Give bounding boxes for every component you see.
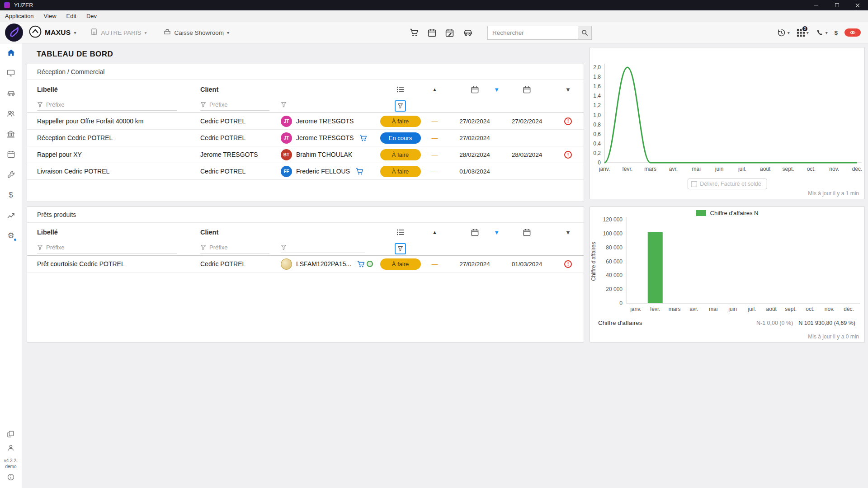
close-button[interactable] xyxy=(847,0,868,10)
calendar-icon[interactable] xyxy=(523,228,531,237)
status-badge[interactable]: En cours xyxy=(380,132,421,144)
prefix-filter-client[interactable]: Préfixe xyxy=(200,101,269,111)
sidebar-item-planning[interactable] xyxy=(7,150,15,159)
sort-asc-icon[interactable]: ▲ xyxy=(432,87,437,92)
calendar-edit-button[interactable] xyxy=(445,28,454,38)
bar-chart: 120 000100 00080 00060 00040 00020 0000j… xyxy=(590,207,865,315)
live-view-toggle[interactable] xyxy=(844,28,861,37)
minimize-button[interactable] xyxy=(806,0,826,10)
status-badge[interactable]: À faire xyxy=(380,166,421,177)
company-logo[interactable] xyxy=(5,23,24,42)
priority-dash: — xyxy=(432,134,438,141)
phone-button[interactable]: ▾ xyxy=(816,28,828,37)
chart-icon xyxy=(6,211,15,220)
sidebar-item-billing[interactable]: $ xyxy=(9,190,13,200)
cart-icon[interactable] xyxy=(357,260,365,268)
sort-desc-icon[interactable]: ▼ xyxy=(494,86,500,93)
svg-text:120 000: 120 000 xyxy=(603,216,623,223)
table-row[interactable]: Prêt courtoisie Cedric POTREL Cedric POT… xyxy=(27,256,584,272)
apps-button[interactable]: 0 ▾ xyxy=(797,28,809,37)
maximize-button[interactable] xyxy=(826,0,847,10)
prefix-filter-libelle[interactable]: Préfixe xyxy=(37,101,177,111)
cart-button[interactable] xyxy=(409,28,419,38)
column-header-client[interactable]: Client xyxy=(200,86,218,93)
menu-view[interactable]: View xyxy=(39,13,61,19)
calendar-icon[interactable] xyxy=(523,85,531,94)
avatar: FF xyxy=(281,166,292,177)
phone-icon xyxy=(816,28,824,37)
user-icon[interactable] xyxy=(7,444,15,454)
search-icon xyxy=(581,29,588,36)
sidebar-item-stats[interactable] xyxy=(6,211,15,220)
caret-down-icon[interactable]: ▼ xyxy=(565,86,571,93)
svg-text:avr.: avr. xyxy=(669,166,678,172)
card-title-reception: Réception / Commercial xyxy=(27,64,584,80)
calendar-icon[interactable] xyxy=(471,85,479,94)
search-button[interactable] xyxy=(578,26,592,40)
register-selector[interactable]: Caisse Showroom ▾ xyxy=(163,28,230,38)
vehicle-button[interactable] xyxy=(462,27,473,38)
info-icon[interactable] xyxy=(7,474,14,483)
svg-text:mai: mai xyxy=(692,166,701,172)
documents-icon[interactable] xyxy=(7,430,14,440)
table-row[interactable]: Rappel pour XY Jerome TRESGOTS BT Brahim… xyxy=(27,146,584,163)
column-header-libelle[interactable]: Libellé xyxy=(37,229,58,236)
sidebar-item-vehicles[interactable] xyxy=(6,89,16,98)
sidebar-item-contacts[interactable] xyxy=(6,109,15,118)
prefix-filter-libelle[interactable]: Préfixe xyxy=(37,244,177,253)
client-name: Cedric POTREL xyxy=(200,168,245,175)
date-start: 27/02/2024 xyxy=(459,118,490,125)
chart-legend-item[interactable]: Délivré, Facturé et soldé xyxy=(687,178,767,189)
contact-filter[interactable] xyxy=(281,244,365,253)
cart-icon[interactable] xyxy=(359,134,368,142)
checklist-icon[interactable] xyxy=(396,85,405,94)
search xyxy=(487,26,592,40)
prefix-filter-client[interactable]: Préfixe xyxy=(200,244,269,253)
sidebar-item-home[interactable] xyxy=(6,48,16,57)
revenue-chart-card: Chiffre d'affaires N 120 000100 00080 00… xyxy=(590,206,865,343)
site-selector[interactable]: AUTRE PARIS ▾ xyxy=(90,28,147,38)
task-label: Réception Cedric POTREL xyxy=(37,134,113,141)
sidebar-item-media[interactable] xyxy=(6,68,15,78)
caret-down-icon[interactable]: ▼ xyxy=(565,229,571,236)
status-badge[interactable]: À faire xyxy=(380,149,421,160)
svg-text:juil.: juil. xyxy=(738,166,746,172)
calendar-button[interactable] xyxy=(427,28,437,38)
contact-filter[interactable] xyxy=(281,102,365,110)
dollar-icon: $ xyxy=(9,191,13,200)
menu-application[interactable]: Application xyxy=(0,13,39,19)
svg-text:0,6: 0,6 xyxy=(593,131,601,137)
table-row[interactable]: Réception Cedric POTREL Cedric POTREL JT… xyxy=(27,130,584,146)
table-row[interactable]: Livraison Cedric POTREL Cedric POTREL FF… xyxy=(27,163,584,180)
sidebar-item-settings[interactable]: ⚙ xyxy=(7,231,14,240)
sidebar-item-company[interactable] xyxy=(6,129,15,139)
client-name: Cedric POTREL xyxy=(200,117,245,125)
sidebar-item-workshop[interactable] xyxy=(7,170,15,179)
titlebar: YUZER xyxy=(0,0,868,10)
history-button[interactable]: ▾ xyxy=(777,28,790,38)
calendar-icon xyxy=(7,150,15,159)
contact-name: LSFAM1202PA15... xyxy=(296,260,351,267)
svg-text:sept.: sept. xyxy=(785,306,797,312)
svg-text:oct.: oct. xyxy=(806,306,814,312)
table-row[interactable]: Rappeller pour Offre Forfait 40000 km Ce… xyxy=(27,113,584,130)
status-badge[interactable]: À faire xyxy=(380,116,421,127)
reception-card: Réception / Commercial Libellé Client ▲ … xyxy=(27,64,584,202)
column-header-libelle[interactable]: Libellé xyxy=(37,86,58,93)
status-badge[interactable]: À faire xyxy=(380,258,421,270)
status-filter-button[interactable] xyxy=(395,100,406,112)
calendar-icon[interactable] xyxy=(471,228,479,237)
svg-text:80 000: 80 000 xyxy=(606,244,623,251)
task-label: Livraison Cedric POTREL xyxy=(37,168,109,175)
status-filter-button[interactable] xyxy=(395,243,406,254)
cart-icon[interactable] xyxy=(355,167,364,176)
search-input[interactable] xyxy=(487,26,578,40)
task-label: Prêt courtoisie Cedric POTREL xyxy=(37,260,125,267)
menu-dev[interactable]: Dev xyxy=(81,13,102,19)
column-header-client[interactable]: Client xyxy=(200,229,218,236)
brand-selector[interactable]: MAXUS ▾ xyxy=(29,25,76,40)
checklist-icon[interactable] xyxy=(396,228,405,237)
sort-asc-icon[interactable]: ▲ xyxy=(432,230,437,235)
menu-edit[interactable]: Edit xyxy=(61,13,81,19)
sort-desc-icon[interactable]: ▼ xyxy=(494,229,500,236)
